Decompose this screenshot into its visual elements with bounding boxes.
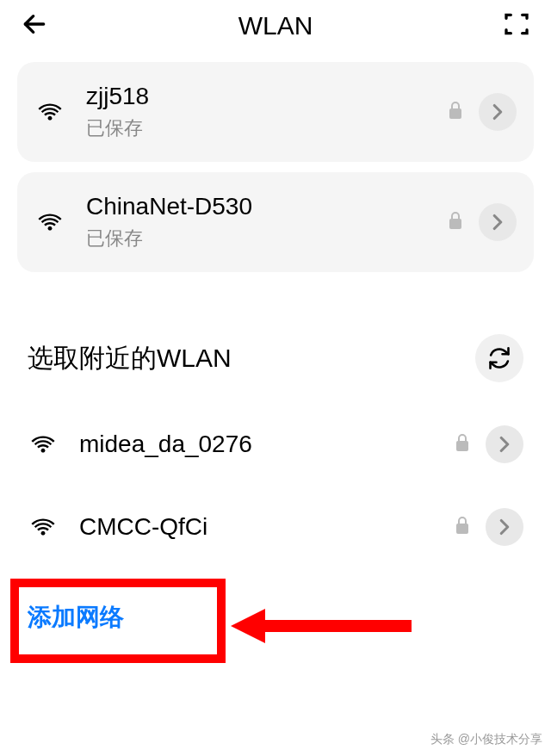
refresh-button[interactable] — [475, 334, 523, 382]
page-title: WLAN — [238, 11, 313, 40]
network-details-button[interactable] — [479, 203, 517, 241]
add-network-label: 添加网络 — [28, 604, 124, 630]
wifi-icon — [34, 212, 65, 232]
network-name: CMCC-QfCi — [79, 513, 455, 541]
network-status: 已保存 — [86, 115, 448, 141]
saved-network-item[interactable]: ChinaNet-D530 已保存 — [17, 172, 534, 272]
nearby-section-title: 选取附近的WLAN — [28, 341, 232, 376]
lock-icon — [448, 101, 463, 123]
scan-button[interactable] — [503, 10, 530, 41]
network-info: zjj518 已保存 — [86, 83, 448, 141]
network-name: midea_da_0276 — [79, 431, 455, 458]
network-status: 已保存 — [86, 226, 448, 251]
wifi-icon — [34, 102, 65, 122]
lock-icon — [455, 516, 470, 538]
add-network-wrapper: 添加网络 — [7, 579, 544, 656]
network-name: zjj518 — [86, 83, 448, 110]
network-info: ChinaNet-D530 已保存 — [86, 193, 448, 251]
nearby-network-item[interactable]: CMCC-QfCi — [7, 486, 544, 568]
network-details-button[interactable] — [479, 93, 517, 131]
nearby-network-item[interactable]: midea_da_0276 — [7, 403, 544, 486]
back-button[interactable] — [21, 10, 48, 41]
svg-rect-3 — [456, 441, 468, 451]
network-name: ChinaNet-D530 — [86, 193, 448, 220]
svg-rect-1 — [449, 108, 461, 119]
watermark: 头条 @小俊技术分享 — [430, 732, 542, 747]
network-details-button[interactable] — [486, 425, 523, 463]
header: WLAN — [0, 0, 551, 52]
wifi-icon — [28, 434, 59, 455]
nearby-section-header: 选取附近的WLAN — [7, 282, 544, 403]
lock-icon — [455, 433, 470, 455]
network-details-button[interactable] — [486, 508, 523, 546]
svg-rect-4 — [456, 524, 468, 534]
lock-icon — [448, 211, 463, 233]
add-network-button[interactable]: 添加网络 — [7, 579, 544, 656]
saved-network-item[interactable]: zjj518 已保存 — [17, 62, 534, 162]
content: zjj518 已保存 ChinaNet-D530 已保存 — [0, 62, 551, 656]
svg-rect-2 — [449, 219, 461, 229]
wifi-icon — [28, 517, 59, 537]
